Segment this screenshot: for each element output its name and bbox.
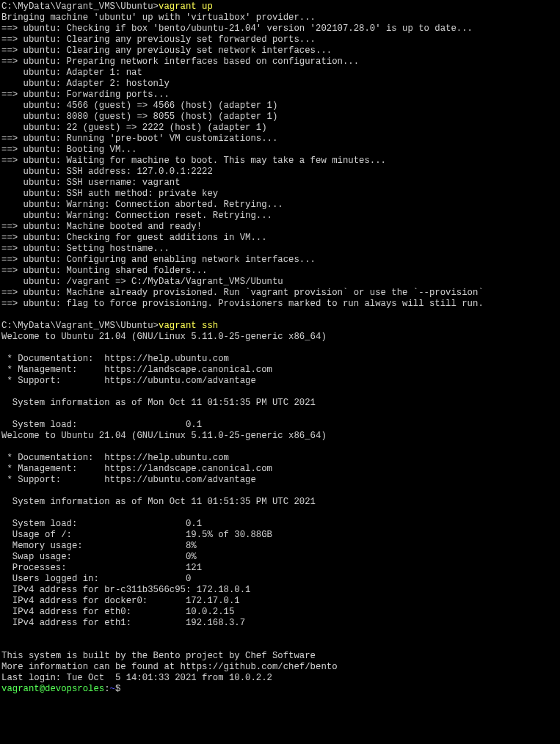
output-line: Welcome to Ubuntu 21.04 (GNU/Linux 5.11.… (1, 431, 327, 441)
output-line: ubuntu: 8080 (guest) => 8055 (host) (ada… (1, 112, 277, 122)
output-line: ubuntu: 22 (guest) => 2222 (host) (adapt… (1, 123, 267, 133)
output-line: System information as of Mon Oct 11 01:5… (1, 398, 316, 408)
output-line: ==> ubuntu: Running 'pre-boot' VM custom… (1, 134, 277, 144)
output-line: System load: 0.1 (1, 519, 202, 529)
output-line: ubuntu: Warning: Connection aborted. Ret… (1, 200, 283, 210)
output-line: IPv4 address for eth0: 10.0.2.15 (1, 607, 234, 617)
output-line: ==> ubuntu: Forwarding ports... (1, 90, 170, 100)
output-line: More information can be found at https:/… (1, 662, 338, 672)
output-line: ==> ubuntu: Checking if box 'bento/ubunt… (1, 23, 473, 34)
output-line: ==> ubuntu: Booting VM... (1, 145, 137, 155)
output-line: ==> ubuntu: Preparing network interfaces… (1, 56, 359, 67)
output-line: ==> ubuntu: Machine already provisioned.… (1, 288, 484, 298)
output-line: Last login: Tue Oct 5 14:01:33 2021 from… (1, 673, 272, 683)
output-line: * Management: https://landscape.canonica… (1, 365, 272, 375)
output-line: ==> ubuntu: Mounting shared folders... (1, 266, 207, 276)
output-line: ubuntu: Adapter 2: hostonly (1, 79, 170, 89)
output-line: Swap usage: 0% (1, 552, 197, 562)
output-line: Users logged in: 0 (1, 574, 191, 584)
windows-prompt-path: C:\MyData\Vagrant_VMS\Ubuntu> (1, 1, 159, 12)
output-line: Bringing machine 'ubuntu' up with 'virtu… (1, 12, 316, 23)
output-line: Welcome to Ubuntu 21.04 (GNU/Linux 5.11.… (1, 332, 327, 342)
output-line: ubuntu: SSH address: 127.0.0.1:2222 (1, 167, 213, 177)
output-line: ==> ubuntu: Clearing any previously set … (1, 45, 332, 56)
output-line: ubuntu: 4566 (guest) => 4566 (host) (ada… (1, 101, 277, 111)
output-line: IPv4 address for br-c311b3566c95: 172.18… (1, 585, 250, 595)
output-line: * Documentation: https://help.ubuntu.com (1, 453, 229, 463)
windows-prompt-path: C:\MyData\Vagrant_VMS\Ubuntu> (1, 321, 159, 331)
output-line: ==> ubuntu: Setting hostname... (1, 244, 170, 254)
output-line: Usage of /: 19.5% of 30.88GB (1, 530, 272, 540)
output-line: ==> ubuntu: Clearing any previously set … (1, 34, 316, 45)
output-line: IPv4 address for docker0: 172.17.0.1 (1, 596, 240, 606)
output-line: * Support: https://ubuntu.com/advantage (1, 376, 256, 386)
output-line: ==> ubuntu: flag to force provisioning. … (1, 299, 484, 309)
output-line: ==> ubuntu: Machine booted and ready! (1, 222, 202, 232)
output-line: ==> ubuntu: Checking for guest additions… (1, 233, 267, 243)
output-line: * Documentation: https://help.ubuntu.com (1, 354, 229, 364)
output-line: System load: 0.1 (1, 420, 202, 430)
output-line: System information as of Mon Oct 11 01:5… (1, 497, 316, 507)
output-line: Processes: 121 (1, 563, 202, 573)
shell-prompt-cwd: ~ (110, 684, 115, 694)
output-line: ==> ubuntu: Configuring and enabling net… (1, 255, 316, 265)
output-line: * Support: https://ubuntu.com/advantage (1, 475, 256, 485)
output-line: * Management: https://landscape.canonica… (1, 464, 272, 474)
output-line: ubuntu: /vagrant => C:/MyData/Vagrant_VM… (1, 277, 283, 287)
command-vagrant-up: vagrant up (159, 1, 213, 12)
output-line: Memory usage: 8% (1, 541, 197, 551)
output-line: ubuntu: Adapter 1: nat (1, 68, 142, 78)
output-line: ubuntu: SSH auth method: private key (1, 189, 218, 199)
command-vagrant-ssh: vagrant ssh (159, 321, 218, 331)
output-line: This system is built by the Bento projec… (1, 651, 316, 661)
shell-prompt-userhost: vagrant@devopsroles (1, 684, 104, 694)
shell-prompt-dollar: $ (115, 684, 120, 694)
output-line: ubuntu: Warning: Connection reset. Retry… (1, 211, 272, 221)
terminal-output[interactable]: C:\MyData\Vagrant_VMS\Ubuntu>vagrant up … (0, 0, 560, 696)
output-line: IPv4 address for eth1: 192.168.3.7 (1, 618, 245, 628)
output-line: ==> ubuntu: Waiting for machine to boot.… (1, 156, 386, 166)
output-line: ubuntu: SSH username: vagrant (1, 178, 181, 188)
shell-prompt-colon: : (104, 684, 109, 694)
